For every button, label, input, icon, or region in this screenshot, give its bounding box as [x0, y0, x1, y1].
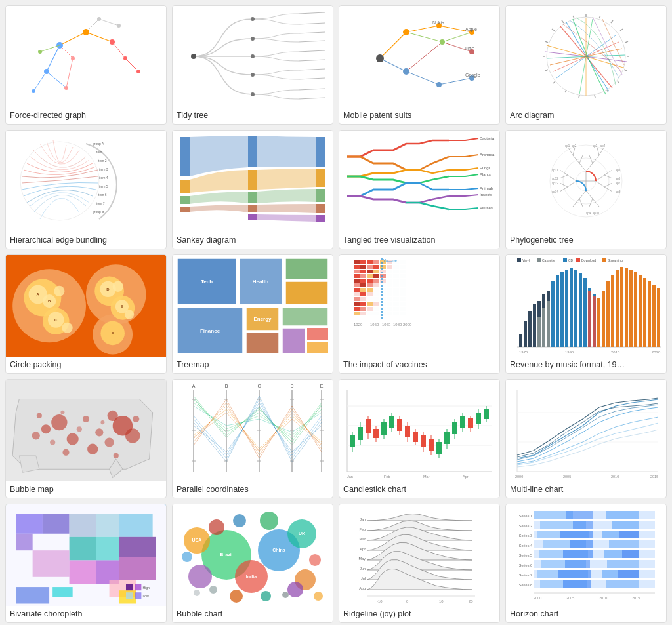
card-tidy-tree[interactable]: Tidy tree [172, 5, 333, 125]
svg-rect-282 [400, 297, 406, 301]
svg-rect-98 [248, 170, 257, 190]
svg-rect-561 [618, 570, 639, 578]
svg-point-54 [440, 39, 445, 45]
svg-text:Mar: Mar [360, 537, 366, 541]
svg-text:Series 1: Series 1 [519, 514, 532, 518]
card-bubble-map[interactable]: Bubble map [5, 379, 167, 498]
thumb-circle-packing: A B C D E F [6, 255, 166, 357]
svg-rect-272 [387, 292, 392, 296]
svg-rect-288 [387, 302, 392, 306]
card-hierarchical-edge[interactable]: group A item 1 item 2 item 3 item 4 item… [5, 130, 167, 249]
card-ridgeline[interactable]: Jan Feb Mar Apr May Jun Jul Aug [339, 504, 500, 623]
card-vaccines[interactable]: Vaccine 1920 1950 1963 1980 2000 The imp… [339, 254, 500, 374]
svg-text:C: C [257, 384, 261, 388]
svg-text:2005: 2005 [566, 596, 574, 600]
svg-rect-289 [393, 302, 399, 306]
card-phylogenetic[interactable]: sp1 sp2 sp3 sp4 sp5 sp6 sp7 sp8 sp9 sp10… [505, 130, 667, 249]
svg-text:B: B [48, 298, 51, 303]
svg-rect-257 [393, 283, 399, 287]
svg-rect-344 [629, 270, 633, 347]
card-sankey[interactable]: Sankey diagram [172, 130, 333, 249]
svg-rect-326 [556, 275, 559, 347]
card-bivariate[interactable]: High Low Bivariate choropleth [5, 504, 167, 623]
card-horizon[interactable]: Series 1 Series 2 Series 3 Series 4 Seri… [505, 504, 667, 623]
svg-rect-300 [360, 312, 366, 315]
svg-rect-197 [307, 342, 328, 353]
svg-line-65 [599, 16, 600, 18]
svg-rect-301 [367, 312, 373, 315]
svg-text:1980: 1980 [393, 323, 402, 327]
svg-text:sp3: sp3 [593, 144, 598, 148]
svg-text:Series 3: Series 3 [519, 534, 532, 538]
svg-rect-226 [400, 265, 406, 269]
svg-rect-543 [619, 531, 639, 538]
svg-text:item 7: item 7 [96, 201, 105, 205]
svg-rect-443 [460, 416, 465, 428]
svg-rect-95 [180, 196, 190, 204]
svg-line-24 [299, 12, 325, 14]
card-parallel-coords[interactable]: A B C D E [172, 379, 333, 498]
svg-text:2010: 2010 [599, 596, 607, 600]
svg-text:Viruses: Viruses [480, 206, 493, 210]
svg-rect-317 [528, 311, 532, 347]
card-label-tidy-tree: Tidy tree [173, 108, 333, 124]
svg-rect-552 [622, 550, 639, 558]
card-multiline[interactable]: 2000 2005 2010 2015 Multi-line chart [505, 379, 667, 498]
card-bubble-chart[interactable]: Brazil China India USA UK Bubble chart [172, 504, 333, 623]
svg-text:item 5: item 5 [99, 184, 108, 188]
svg-rect-264 [387, 288, 392, 292]
thumb-ridgeline: Jan Feb Mar Apr May Jun Jul Aug [339, 504, 499, 606]
svg-point-378 [133, 416, 139, 422]
svg-rect-431 [413, 432, 418, 442]
svg-rect-534 [606, 511, 639, 519]
svg-rect-298 [400, 307, 406, 311]
svg-rect-299 [354, 312, 360, 315]
svg-rect-337 [597, 298, 600, 347]
card-force-directed[interactable]: Force-directed graph [5, 5, 167, 125]
svg-point-36 [251, 37, 255, 41]
svg-text:USA: USA [192, 538, 202, 542]
svg-point-495 [260, 512, 278, 530]
svg-rect-357 [537, 258, 541, 262]
card-mobile-patent[interactable]: Nokia Apple HTC Google Mobile patent sui… [339, 5, 500, 125]
card-label-tangled-tree: Tangled tree visualization [339, 232, 499, 249]
svg-point-37 [251, 54, 255, 58]
svg-rect-276 [360, 297, 366, 301]
svg-rect-320 [537, 317, 541, 347]
card-circle-packing[interactable]: A B C D E F Circle packing [5, 254, 167, 374]
svg-rect-234 [400, 270, 406, 273]
svg-line-8 [66, 58, 73, 88]
svg-text:sp5: sp5 [616, 169, 621, 172]
svg-rect-447 [476, 413, 481, 424]
svg-rect-292 [360, 307, 366, 311]
svg-line-143 [568, 175, 576, 181]
svg-text:10: 10 [439, 599, 444, 603]
thumb-multiline: 2000 2005 2010 2015 [506, 380, 666, 481]
svg-rect-194 [282, 308, 328, 326]
svg-text:item 4: item 4 [99, 176, 108, 180]
svg-rect-104 [316, 189, 325, 202]
card-revenue[interactable]: 1975 1995 2010 2020 Vinyl Cassette CD Do… [505, 254, 667, 374]
svg-rect-470 [119, 514, 153, 537]
svg-rect-417 [358, 427, 363, 440]
svg-rect-189 [285, 258, 328, 279]
svg-point-496 [287, 582, 303, 597]
svg-point-15 [71, 56, 75, 60]
svg-text:Feb: Feb [384, 475, 390, 479]
svg-point-35 [251, 17, 255, 21]
svg-line-31 [299, 78, 325, 79]
card-arc-diagram[interactable]: Arc diagram [505, 5, 667, 125]
svg-text:Series 6: Series 6 [519, 563, 532, 567]
svg-rect-479 [52, 587, 72, 597]
svg-rect-474 [96, 560, 119, 584]
svg-point-499 [309, 554, 321, 566]
svg-rect-293 [367, 307, 373, 311]
card-candlestick[interactable]: Jan Feb Mar Apr Candlestick chart [339, 379, 500, 498]
svg-text:2000: 2000 [534, 596, 541, 600]
card-treemap[interactable]: Tech Health Finance Energy Treemap [172, 254, 333, 374]
svg-point-374 [104, 437, 114, 447]
card-tangled-tree[interactable]: Bacteria Archaea Fungi Plants Animals In… [339, 130, 500, 249]
svg-rect-270 [373, 292, 379, 296]
svg-text:Cassette: Cassette [542, 258, 555, 262]
svg-text:item 3: item 3 [99, 167, 108, 171]
